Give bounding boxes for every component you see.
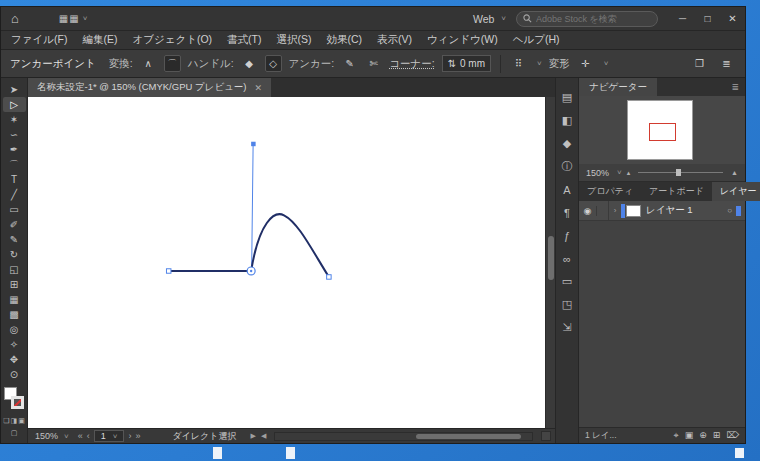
export-panel-icon[interactable]: ⇲ bbox=[556, 316, 578, 339]
layer-name[interactable]: レイヤー 1 bbox=[646, 204, 727, 217]
draw-normal-icon[interactable]: ❏ bbox=[3, 417, 9, 425]
last-artboard-icon[interactable]: » bbox=[135, 431, 140, 441]
panel-menu-icon[interactable]: ≣ bbox=[731, 82, 739, 92]
clipping-mask-icon[interactable]: ▣ bbox=[685, 430, 694, 441]
chevron-down-icon[interactable]: ˅ bbox=[83, 14, 88, 23]
mesh-tool[interactable]: ▦ bbox=[3, 292, 26, 307]
horizontal-scrollbar[interactable] bbox=[274, 432, 533, 441]
line-segment-tool[interactable]: ╱ bbox=[3, 187, 26, 202]
expand-chevron-icon[interactable]: › bbox=[609, 206, 621, 215]
zoom-slider-knob[interactable] bbox=[676, 169, 681, 176]
chevron-down-icon[interactable]: ˅ bbox=[604, 59, 609, 68]
links-panel-icon[interactable]: ∞ bbox=[556, 247, 578, 270]
tab-close-icon[interactable]: ✕ bbox=[255, 83, 263, 93]
document-setup-icon[interactable]: ❐ bbox=[691, 55, 708, 72]
cut-path-icon[interactable]: ✄ bbox=[365, 55, 382, 72]
blend-tool[interactable]: ◎ bbox=[3, 322, 26, 337]
color-guide-panel-icon[interactable]: ◆ bbox=[556, 132, 578, 155]
constrain-icon[interactable]: ✛ bbox=[577, 55, 594, 72]
arrow-left-icon[interactable]: ◀ bbox=[261, 432, 266, 440]
zoom-control[interactable]: 150% ˅ bbox=[32, 431, 72, 441]
prev-artboard-icon[interactable]: ‹ bbox=[87, 431, 90, 441]
canvas[interactable] bbox=[28, 97, 555, 428]
app-switcher-icon[interactable]: ▦▦ bbox=[59, 13, 80, 24]
panel-menu-icon[interactable]: ≣ bbox=[718, 55, 735, 72]
menu-effect[interactable]: 効果(C) bbox=[326, 33, 362, 47]
transform-label[interactable]: 変形 bbox=[549, 57, 570, 71]
navigator-zoom-value[interactable]: 150% bbox=[586, 168, 609, 178]
handle-endpoint[interactable] bbox=[251, 142, 255, 146]
artboards-panel-icon[interactable]: ▭ bbox=[556, 270, 578, 293]
paintbrush-tool[interactable]: ✐ bbox=[3, 217, 26, 232]
libraries-panel-icon[interactable]: ▤ bbox=[556, 86, 578, 109]
new-sublayer-icon[interactable]: ⊕ bbox=[699, 430, 707, 441]
zoom-tool[interactable]: ⊙ bbox=[3, 367, 26, 382]
hide-handles-icon[interactable]: ◇ bbox=[265, 55, 282, 72]
delete-layer-icon[interactable]: ⌦ bbox=[726, 430, 739, 441]
workspace-switcher[interactable]: Web ˅ bbox=[473, 13, 506, 25]
stock-search[interactable] bbox=[516, 11, 658, 27]
target-circle-icon[interactable]: ○ bbox=[727, 206, 732, 215]
layer-row[interactable]: ◉ › レイヤー 1 ○ bbox=[579, 201, 745, 221]
type-tool[interactable]: T bbox=[3, 172, 26, 187]
eyedropper-tool[interactable]: ✧ bbox=[3, 337, 26, 352]
asset-export-panel-icon[interactable]: ◳ bbox=[556, 293, 578, 316]
convert-corner-icon[interactable]: ∧ bbox=[140, 55, 157, 72]
menu-select[interactable]: 選択(S) bbox=[276, 33, 311, 47]
arrow-right-icon[interactable]: ▶ bbox=[250, 432, 255, 440]
next-artboard-icon[interactable]: › bbox=[128, 431, 131, 441]
curvature-tool[interactable]: ⌒ bbox=[3, 157, 26, 172]
align-grid-icon[interactable]: ⠿ bbox=[510, 55, 527, 72]
lock-column[interactable] bbox=[597, 201, 609, 220]
vertical-scrollbar-thumb[interactable] bbox=[548, 236, 554, 280]
menu-view[interactable]: 表示(V) bbox=[377, 33, 412, 47]
info-panel-icon[interactable]: ⓘ bbox=[556, 155, 578, 178]
chevron-down-icon[interactable]: ˅ bbox=[537, 59, 542, 68]
rectangle-tool[interactable]: ▭ bbox=[3, 202, 26, 217]
document-tab[interactable]: 名称未設定-1* @ 150% (CMYK/GPU プレビュー) ✕ bbox=[28, 78, 271, 97]
navigator-preview[interactable] bbox=[579, 96, 745, 164]
corner-radius-stepper[interactable]: ⇅ 0 mm bbox=[442, 55, 491, 72]
bezier-handle-line[interactable] bbox=[252, 144, 253, 271]
navigator-zoom-slider[interactable] bbox=[638, 172, 723, 173]
shape-builder-tool[interactable]: ⊞ bbox=[3, 277, 26, 292]
selection-tool[interactable]: ➤ bbox=[3, 82, 26, 97]
lasso-tool[interactable]: ∽ bbox=[3, 127, 26, 142]
anchor-point-left[interactable] bbox=[166, 269, 170, 273]
magic-wand-tool[interactable]: ✶ bbox=[3, 112, 26, 127]
taskbar[interactable] bbox=[0, 444, 760, 461]
show-handles-icon[interactable]: ◆ bbox=[241, 55, 258, 72]
stroke-swatch[interactable] bbox=[11, 396, 24, 409]
menu-edit[interactable]: 編集(E) bbox=[82, 33, 117, 47]
layer-thumbnail[interactable] bbox=[626, 205, 641, 217]
home-icon[interactable]: ⌂ bbox=[11, 11, 19, 26]
pen-tool[interactable]: ✒ bbox=[3, 142, 26, 157]
opentype-panel-icon[interactable]: ƒ bbox=[556, 224, 578, 247]
artboard-number[interactable]: 1 ˅ bbox=[94, 430, 125, 442]
first-artboard-icon[interactable]: « bbox=[78, 431, 83, 441]
menu-type[interactable]: 書式(T) bbox=[227, 33, 261, 47]
close-button[interactable]: ✕ bbox=[720, 7, 745, 30]
menu-file[interactable]: ファイル(F) bbox=[11, 33, 67, 47]
navigator-view-rectangle[interactable] bbox=[649, 123, 676, 141]
new-layer-icon[interactable]: ⊞ bbox=[713, 430, 721, 441]
stepper-arrows-icon[interactable]: ⇅ bbox=[448, 58, 456, 69]
tab-artboards[interactable]: アートボード bbox=[641, 182, 712, 201]
paragraph-panel-icon[interactable]: ¶ bbox=[556, 201, 578, 224]
horizontal-scrollbar-thumb[interactable] bbox=[416, 434, 521, 439]
draw-behind-icon[interactable]: ◨ bbox=[11, 417, 18, 425]
search-input[interactable] bbox=[536, 14, 646, 24]
taskbar-icon[interactable] bbox=[213, 447, 222, 459]
draw-inside-icon[interactable]: ▣ bbox=[18, 417, 25, 425]
zoom-out-mountain-icon[interactable]: ▴ bbox=[627, 169, 631, 177]
zoom-in-mountain-icon[interactable]: ▲ bbox=[731, 169, 738, 176]
path-segment-curve[interactable] bbox=[251, 214, 329, 277]
tab-layers[interactable]: レイヤー bbox=[712, 182, 760, 201]
fill-stroke-swatches[interactable] bbox=[3, 387, 26, 413]
remove-anchor-icon[interactable]: ✎ bbox=[341, 55, 358, 72]
minimize-button[interactable]: ─ bbox=[670, 7, 695, 30]
hand-tool[interactable]: ✥ bbox=[3, 352, 26, 367]
maximize-button[interactable]: □ bbox=[695, 7, 720, 30]
menu-object[interactable]: オブジェクト(O) bbox=[132, 33, 212, 47]
vertical-scrollbar[interactable] bbox=[545, 97, 555, 428]
